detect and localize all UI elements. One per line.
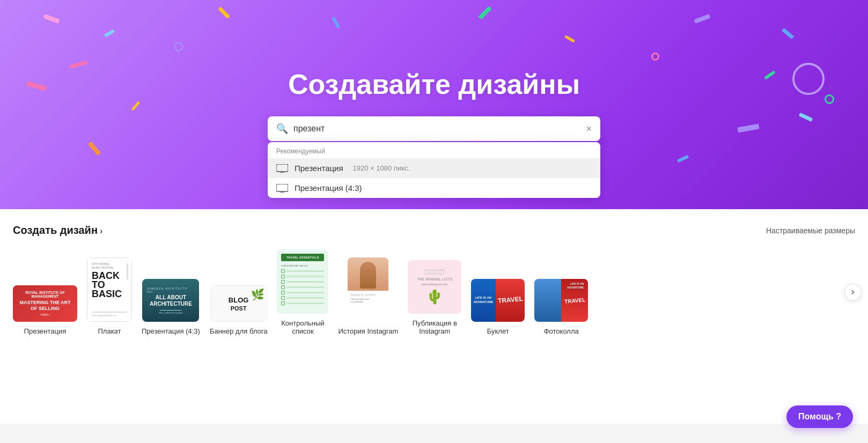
template-item-presentation[interactable]: ROYAL INSTITUTE OF MANAGEMENT MASTERING …	[13, 285, 77, 335]
template-thumb-instagram: BLACKWHITEESSENTIALS THE MINIMAL LISTSww…	[408, 260, 461, 314]
template-item-poster[interactable]: 20TH SPRINGMUSIC FESTIVAL BACKTOBASIC TH…	[87, 257, 132, 335]
template-label: Баннер для блога	[210, 327, 268, 335]
presentation-icon	[276, 164, 288, 173]
template-item-booklet[interactable]: LIFE IS ANADVENTURE TRAVEL Буклет	[471, 279, 525, 335]
template-label: Публикация вInstagram	[413, 319, 457, 335]
custom-sizes-link[interactable]: Настраиваемые размеры	[766, 226, 855, 235]
svg-rect-3	[276, 184, 288, 191]
section-title-arrow: ›	[100, 226, 102, 235]
search-icon: 🔍	[276, 123, 288, 135]
search-clear-button[interactable]: ×	[586, 124, 592, 134]
template-label: История Instagram	[338, 327, 398, 335]
dropdown-item-label: Презентация	[295, 164, 343, 173]
next-arrow-button[interactable]	[844, 284, 862, 301]
template-thumb-blog-banner: BLOG POST 🌿	[210, 285, 267, 322]
template-thumb-story: TODAY'S OUTFIT The best looks fromour co…	[348, 257, 388, 322]
hero-banner: Создавайте дизайны 🔍 × Рекомендуемый Пре…	[0, 0, 868, 209]
dropdown-item-size: 1920 × 1080 пикс.	[353, 164, 410, 172]
template-label: Буклет	[487, 327, 509, 335]
template-label: Контрольныйсписок	[281, 319, 324, 335]
confetti	[651, 53, 659, 61]
template-thumb-presentation43: SAMREEN ARCHITECTS INC. ALL ABOUTARCHITE…	[142, 279, 199, 322]
search-box: 🔍 ×	[268, 116, 600, 141]
section-header: Создать дизайн› Настраиваемые размеры	[13, 224, 855, 237]
template-item-presentation43[interactable]: SAMREEN ARCHITECTS INC. ALL ABOUTARCHITE…	[142, 279, 200, 335]
dropdown-item-label: Презентация (4:3)	[295, 183, 362, 193]
help-button[interactable]: Помощь ?	[786, 405, 853, 424]
template-item-checklist[interactable]: TRAVEL ESSENTIALS CHECK BEFORE YOU GO: К…	[277, 249, 328, 335]
confetti	[174, 42, 183, 51]
confetti	[792, 63, 825, 95]
main-content: Создать дизайн› Настраиваемые размеры RO…	[0, 209, 868, 424]
template-label: Презентация (4:3)	[142, 327, 200, 335]
template-item-instagram[interactable]: BLACKWHITEESSENTIALS THE MINIMAL LISTSww…	[408, 260, 461, 335]
hero-title: Создавайте дизайны	[288, 68, 580, 100]
template-thumb-presentation: ROYAL INSTITUTE OF MANAGEMENT MASTERING …	[13, 285, 77, 322]
template-item-story[interactable]: TODAY'S OUTFIT The best looks fromour co…	[338, 257, 398, 335]
help-button-label: Помощь ?	[798, 412, 841, 422]
dropdown-item-presentation[interactable]: Презентация 1920 × 1080 пикс.	[268, 158, 600, 178]
template-item-blog-banner[interactable]: BLOG POST 🌿 Баннер для блога	[210, 285, 268, 335]
search-input[interactable]	[293, 124, 580, 134]
template-label: Фотоколла	[544, 327, 579, 335]
templates-grid: ROYAL INSTITUTE OF MANAGEMENT MASTERING …	[13, 249, 855, 335]
template-thumb-poster: 20TH SPRINGMUSIC FESTIVAL BACKTOBASIC TH…	[87, 257, 132, 322]
template-thumb-booklet: LIFE IS ANADVENTURE TRAVEL	[471, 279, 525, 322]
dropdown-section-label: Рекомендуемый	[268, 142, 600, 158]
create-section-title[interactable]: Создать дизайн›	[13, 224, 102, 237]
svg-rect-0	[276, 164, 288, 172]
dropdown-item-presentation43[interactable]: Презентация (4:3)	[268, 178, 600, 198]
template-thumb-checklist: TRAVEL ESSENTIALS CHECK BEFORE YOU GO:	[277, 249, 328, 314]
template-item-photo-collage[interactable]: TRAVEL LIFE IS ANADVENTURE Фотоколла	[534, 279, 588, 335]
confetti	[825, 94, 834, 104]
template-label: Презентация	[24, 327, 67, 335]
search-container: 🔍 × Рекомендуемый Презентация 1920 × 108…	[268, 116, 600, 141]
search-dropdown: Рекомендуемый Презентация 1920 × 1080 пи…	[268, 142, 600, 198]
template-thumb-photo-collage: TRAVEL LIFE IS ANADVENTURE	[534, 279, 588, 322]
presentation43-icon	[276, 184, 288, 193]
template-label: Плакат	[98, 327, 121, 335]
